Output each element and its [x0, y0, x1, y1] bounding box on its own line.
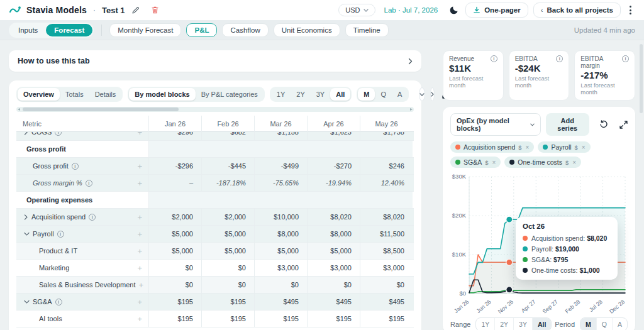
- currency-toggle[interactable]: $: [518, 144, 521, 151]
- value-cell[interactable]: $5,000: [148, 243, 201, 259]
- legend-chip-one-time-costs[interactable]: One-time costs$×: [504, 157, 581, 168]
- dark-mode-toggle[interactable]: [448, 4, 460, 16]
- add-line-button[interactable]: +: [137, 297, 148, 307]
- remove-series-icon[interactable]: ×: [526, 144, 530, 151]
- value-cell[interactable]: –: [148, 175, 201, 191]
- tab-timeline[interactable]: Timeline: [345, 23, 389, 37]
- chevron-right-icon[interactable]: [24, 214, 28, 220]
- value-cell[interactable]: $8,020: [360, 209, 413, 225]
- collapse-rows-button[interactable]: [419, 87, 425, 101]
- value-cell[interactable]: $0: [307, 277, 360, 293]
- value-cell[interactable]: -75.65%: [254, 175, 307, 191]
- value-cell[interactable]: -$445: [201, 158, 254, 174]
- view-overview[interactable]: Overview: [18, 88, 60, 101]
- one-pager-button[interactable]: One-pager: [465, 3, 528, 18]
- reset-chart-icon[interactable]: [599, 120, 608, 129]
- add-line-button[interactable]: +: [137, 246, 148, 256]
- info-icon[interactable]: i: [57, 231, 64, 238]
- value-cell[interactable]: -187.18%: [201, 175, 254, 191]
- value-cell[interactable]: $8,500: [360, 243, 413, 259]
- page-scrollbar[interactable]: [640, 44, 643, 113]
- value-cell[interactable]: $495: [307, 294, 360, 310]
- view-totals[interactable]: Totals: [60, 88, 89, 101]
- scroll-right-arrow[interactable]: [410, 108, 413, 111]
- add-line-button[interactable]: +: [137, 179, 148, 188]
- tab-cashflow[interactable]: Cashflow: [222, 23, 268, 37]
- period-a[interactable]: A: [392, 88, 408, 101]
- value-cell[interactable]: $10,000: [254, 209, 307, 225]
- value-cell[interactable]: $0: [148, 277, 201, 293]
- value-cell[interactable]: $195: [307, 311, 360, 327]
- scroll-left-arrow[interactable]: [18, 108, 20, 111]
- scrollbar-thumb[interactable]: [23, 107, 179, 111]
- tab-unit-economics[interactable]: Unit Economics: [274, 23, 340, 37]
- metric-cell[interactable]: Gross margin %i+: [16, 175, 148, 191]
- remove-series-icon[interactable]: ×: [582, 144, 586, 151]
- currency-toggle[interactable]: $: [485, 159, 488, 166]
- add-line-button[interactable]: +: [137, 132, 148, 137]
- metric-cell[interactable]: Marketing+: [16, 260, 148, 276]
- value-cell[interactable]: $1,623: [307, 132, 360, 140]
- add-line-button[interactable]: +: [137, 229, 148, 239]
- value-cell[interactable]: $2,000: [201, 209, 254, 225]
- info-icon[interactable]: i: [556, 55, 563, 62]
- chart-range-1y[interactable]: 1Y: [476, 318, 494, 330]
- delete-project-button[interactable]: [150, 4, 160, 16]
- metric-cell[interactable]: Gross profiti+: [16, 158, 148, 174]
- metric-cell[interactable]: COGSi+: [16, 132, 148, 140]
- chart-dataset-select[interactable]: OpEx (by model blocks): [450, 113, 541, 136]
- value-cell[interactable]: $5,000: [254, 243, 307, 259]
- value-cell[interactable]: $0: [148, 260, 201, 276]
- info-icon[interactable]: i: [55, 299, 62, 305]
- chart-period-a[interactable]: A: [612, 318, 627, 330]
- value-cell[interactable]: $0: [201, 277, 254, 293]
- range-1y[interactable]: 1Y: [271, 88, 291, 101]
- value-cell[interactable]: $8,020: [307, 209, 360, 225]
- view-details[interactable]: Details: [89, 88, 122, 101]
- chart-area[interactable]: $30K$20K$10K$0Jan 26Jun 26Nov 26Apr 27Se…: [450, 170, 628, 316]
- value-cell[interactable]: $5,000: [307, 243, 360, 259]
- period-m[interactable]: M: [358, 88, 375, 101]
- add-series-button[interactable]: Add series: [546, 113, 590, 136]
- value-cell[interactable]: $5,000: [148, 226, 201, 242]
- add-line-button[interactable]: +: [137, 212, 148, 222]
- more-options-button[interactable]: [626, 4, 635, 16]
- value-cell[interactable]: $11,500: [360, 226, 413, 242]
- chevron-down-icon[interactable]: [24, 232, 30, 236]
- value-cell[interactable]: $195: [254, 311, 307, 327]
- value-cell[interactable]: $296: [148, 132, 201, 140]
- tab-inputs[interactable]: Inputs: [10, 24, 46, 36]
- chevron-right-icon[interactable]: [24, 132, 28, 135]
- add-line-button[interactable]: +: [137, 263, 148, 273]
- value-cell[interactable]: $8,000: [307, 226, 360, 242]
- value-cell[interactable]: $3,000: [307, 260, 360, 276]
- value-cell[interactable]: $3,000: [360, 260, 413, 276]
- value-cell[interactable]: -$499: [254, 158, 307, 174]
- value-cell[interactable]: $5,000: [201, 243, 254, 259]
- value-cell[interactable]: $495: [254, 294, 307, 310]
- value-cell[interactable]: $0: [360, 277, 413, 293]
- range-all[interactable]: All: [330, 88, 350, 101]
- tab-forecast[interactable]: Forecast: [46, 24, 92, 36]
- value-cell[interactable]: $1,738: [360, 132, 413, 140]
- metric-cell[interactable]: AI tools+: [16, 311, 148, 327]
- currency-toggle[interactable]: $: [565, 159, 569, 166]
- info-icon[interactable]: i: [622, 55, 629, 62]
- remove-series-icon[interactable]: ×: [492, 159, 496, 166]
- info-icon[interactable]: i: [491, 55, 497, 62]
- chart-range-all[interactable]: All: [532, 318, 551, 330]
- value-cell[interactable]: $195: [148, 311, 201, 327]
- value-cell[interactable]: $2,000: [148, 209, 201, 225]
- remove-series-icon[interactable]: ×: [572, 159, 576, 166]
- edit-project-button[interactable]: [130, 5, 141, 16]
- value-cell[interactable]: $682: [201, 132, 254, 140]
- legend-chip-sg-a[interactable]: SG&A$×: [450, 157, 501, 168]
- value-cell[interactable]: -19.94%: [307, 175, 360, 191]
- add-line-button[interactable]: +: [137, 314, 148, 324]
- value-cell[interactable]: 12.40%: [360, 175, 413, 191]
- metric-cell[interactable]: Product & IT+: [16, 243, 148, 259]
- back-to-projects-button[interactable]: ‹ Back to all projects: [533, 3, 621, 18]
- info-icon[interactable]: i: [89, 214, 96, 221]
- value-cell[interactable]: $246: [360, 158, 413, 174]
- value-cell[interactable]: $495: [360, 294, 413, 310]
